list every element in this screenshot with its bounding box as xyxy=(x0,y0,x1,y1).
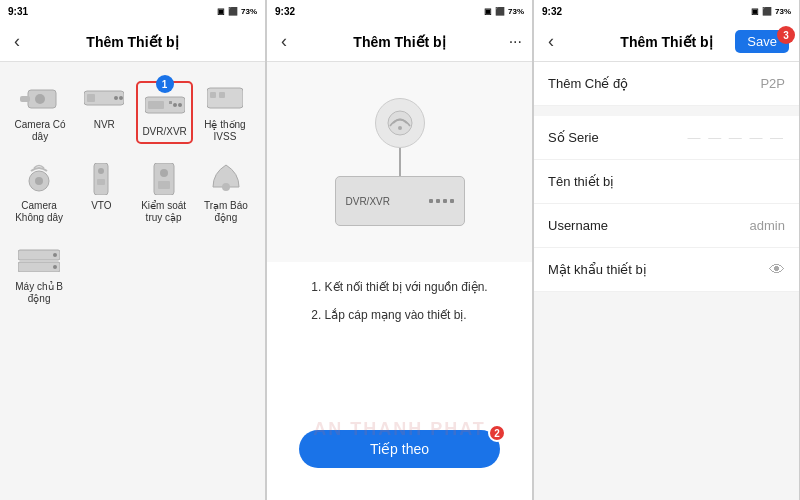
panel-1: 9:31 ▣ ⬛ 73% ‹ Thêm Thiết bị xyxy=(0,0,266,500)
svg-point-21 xyxy=(160,169,168,177)
svg-point-29 xyxy=(398,126,402,130)
svg-rect-8 xyxy=(148,101,164,109)
svg-point-16 xyxy=(35,177,43,185)
device-item-dvr-xvr[interactable]: 1 DVR/XVR xyxy=(136,81,192,144)
username-label: Username xyxy=(548,218,740,233)
alarm-station-icon xyxy=(204,163,248,195)
grid-row-1: Camera Có dây NVR 1 xyxy=(8,72,257,153)
status-icons-3: ▣ ⬛ 73% xyxy=(751,7,791,16)
instruction-line-2: 2. Lắp cáp mạng vào thiết bị. xyxy=(311,306,487,324)
dvr-xvr-label: DVR/XVR xyxy=(142,126,186,138)
device-item-camera-co-day[interactable]: Camera Có dây xyxy=(8,72,72,153)
svg-point-18 xyxy=(98,168,104,174)
camera-wireless-icon xyxy=(17,163,61,195)
wifi-icon-2: 73% xyxy=(508,7,524,16)
time-1: 9:31 xyxy=(8,6,28,17)
svg-point-1 xyxy=(35,94,45,104)
form-content: Thêm Chế độ P2P Số Serie — — — — — Tên t… xyxy=(534,62,799,500)
dvr-box-label: DVR/XVR xyxy=(346,196,390,207)
device-item-tram-bao-dong[interactable]: Trạm Báo động xyxy=(195,153,257,234)
svg-rect-2 xyxy=(20,96,30,102)
next-button[interactable]: Tiếp theo 2 xyxy=(299,430,500,468)
status-icons-2: ▣ ⬛ 73% xyxy=(484,7,524,16)
device-item-ivss[interactable]: Hệ thống IVSS xyxy=(193,72,257,153)
status-bar-3: 9:32 ▣ ⬛ 73% xyxy=(534,0,799,22)
may-chu-label: Máy chủ B động xyxy=(12,281,66,305)
device-item-kiem-soat[interactable]: Kiểm soát truy cập xyxy=(133,153,195,234)
form-spacer-1 xyxy=(534,106,799,116)
svg-rect-13 xyxy=(210,92,216,98)
svg-point-10 xyxy=(178,103,182,107)
svg-point-26 xyxy=(53,253,57,257)
vto-icon xyxy=(79,163,123,195)
field-so-serie[interactable]: Số Serie — — — — — xyxy=(534,116,799,160)
field-mat-khau[interactable]: Mật khẩu thiết bị 👁 xyxy=(534,248,799,292)
ten-thiet-bi-label: Tên thiết bị xyxy=(548,174,775,189)
ivss-label: Hệ thống IVSS xyxy=(197,119,253,143)
back-button-1[interactable]: ‹ xyxy=(10,27,24,56)
battery-icon-1: ▣ xyxy=(217,7,225,16)
them-che-do-value: P2P xyxy=(760,76,785,91)
device-item-may-chu[interactable]: Máy chủ B động xyxy=(8,234,70,315)
port-3 xyxy=(443,199,447,203)
more-button-2[interactable]: ··· xyxy=(509,33,522,51)
device-empty-3 xyxy=(195,234,257,315)
panel-3: 9:32 ▣ ⬛ 73% ‹ Thêm Thiết bị Save 3 Thêm… xyxy=(534,0,800,500)
port-1 xyxy=(429,199,433,203)
dvr-icon xyxy=(143,89,187,121)
dvr-ports xyxy=(429,199,454,203)
device-grid: Camera Có dây NVR 1 xyxy=(0,62,265,500)
grid-row-2: Camera Không dây VTO xyxy=(8,153,257,234)
ivss-icon xyxy=(203,82,247,114)
device-empty-1 xyxy=(70,234,132,315)
svg-rect-20 xyxy=(154,163,174,195)
device-image-area: DVR/XVR xyxy=(267,62,532,262)
time-2: 9:32 xyxy=(275,6,295,17)
username-value: admin xyxy=(750,218,785,233)
page-title-2: Thêm Thiết bị xyxy=(353,34,445,50)
device-item-vto[interactable]: VTO xyxy=(70,153,132,234)
step-badge-2: 2 xyxy=(488,424,506,442)
status-icons-1: ▣ ⬛ 73% xyxy=(217,7,257,16)
so-serie-value: — — — — — xyxy=(688,130,785,145)
instruction-line-1: 1. Kết nối thiết bị với nguồn điện. xyxy=(311,278,487,296)
dvr-box: DVR/XVR xyxy=(335,176,465,226)
signal-icon-1: ⬛ xyxy=(228,7,238,16)
back-button-3[interactable]: ‹ xyxy=(544,27,558,56)
field-username[interactable]: Username admin xyxy=(534,204,799,248)
camera-wired-icon xyxy=(18,82,62,114)
camera-co-day-label: Camera Có dây xyxy=(12,119,68,143)
server-icon xyxy=(17,244,61,276)
battery-icon-2: ▣ xyxy=(484,7,492,16)
next-button-wrapper: Tiếp theo 2 xyxy=(267,430,532,500)
device-item-dvr-wrapper: 1 DVR/XVR xyxy=(136,72,192,153)
vto-label: VTO xyxy=(91,200,111,212)
device-item-camera-khong-day[interactable]: Camera Không dây xyxy=(8,153,70,234)
port-4 xyxy=(450,199,454,203)
back-button-2[interactable]: ‹ xyxy=(277,27,291,56)
field-ten-thiet-bi[interactable]: Tên thiết bị xyxy=(534,160,799,204)
nav-bar-2: ‹ Thêm Thiết bị ··· xyxy=(267,22,532,62)
grid-row-3: Máy chủ B động xyxy=(8,234,257,315)
next-button-label: Tiếp theo xyxy=(370,441,429,457)
svg-rect-4 xyxy=(87,94,95,102)
svg-rect-19 xyxy=(97,179,105,185)
eye-icon[interactable]: 👁 xyxy=(769,261,785,279)
page-title-3: Thêm Thiết bị xyxy=(620,34,712,50)
step-badge-1: 1 xyxy=(156,75,174,93)
them-che-do-label: Thêm Chế độ xyxy=(548,76,750,91)
mat-khau-label: Mật khẩu thiết bị xyxy=(548,262,769,277)
nvr-label: NVR xyxy=(94,119,115,131)
time-3: 9:32 xyxy=(542,6,562,17)
nav-bar-3: ‹ Thêm Thiết bị Save 3 xyxy=(534,22,799,62)
status-bar-2: 9:32 ▣ ⬛ 73% xyxy=(267,0,532,22)
svg-point-5 xyxy=(114,96,118,100)
kiem-soat-label: Kiểm soát truy cập xyxy=(137,200,191,224)
so-serie-label: Số Serie xyxy=(548,130,678,145)
device-item-nvr[interactable]: NVR xyxy=(72,72,136,153)
field-them-che-do[interactable]: Thêm Chế độ P2P xyxy=(534,62,799,106)
svg-point-6 xyxy=(119,96,123,100)
panel-2: 9:32 ▣ ⬛ 73% ‹ Thêm Thiết bị ··· xyxy=(267,0,533,500)
cable-line xyxy=(399,148,401,176)
page-title-1: Thêm Thiết bị xyxy=(86,34,178,50)
